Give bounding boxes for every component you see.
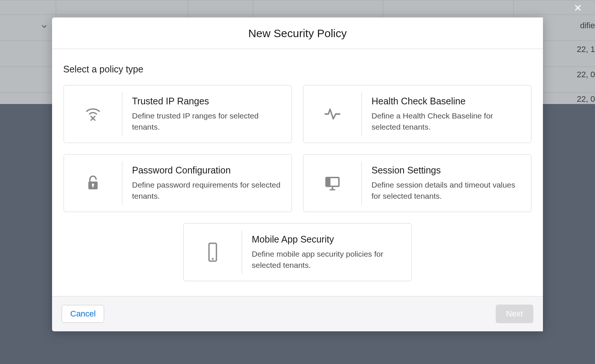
bg-date-1: 22, 1 <box>577 45 595 54</box>
activity-icon <box>303 85 361 143</box>
card-desc: Define trusted IP ranges for selected te… <box>132 110 282 132</box>
section-label: Select a policy type <box>63 64 536 75</box>
policy-card-mobile[interactable]: Mobile App Security Define mobile app se… <box>183 223 412 281</box>
card-desc: Define a Health Check Baseline for selec… <box>372 110 521 132</box>
desktop-icon <box>303 155 361 212</box>
new-policy-modal: New Security Policy Select a policy type… <box>52 17 543 331</box>
svg-rect-9 <box>332 187 333 189</box>
next-button[interactable]: Next <box>496 305 533 323</box>
policy-card-trusted-ip[interactable]: Trusted IP Ranges Define trusted IP rang… <box>64 85 292 143</box>
modal-title: New Security Policy <box>52 27 543 40</box>
card-title: Mobile App Security <box>252 234 402 245</box>
card-title: Password Configuration <box>132 165 282 176</box>
svg-rect-8 <box>326 178 331 186</box>
cancel-button[interactable]: Cancel <box>62 305 104 323</box>
policy-card-password[interactable]: Password Configuration Define password r… <box>64 154 292 212</box>
mobile-icon <box>184 224 242 281</box>
modal-body: Select a policy type Trusted IP Ranges D… <box>52 49 543 296</box>
chevron-down-icon[interactable] <box>40 22 48 30</box>
policy-type-grid: Trusted IP Ranges Define trusted IP rang… <box>60 85 536 281</box>
svg-rect-10 <box>329 189 335 190</box>
bg-date-3: 22, 0 <box>577 94 595 104</box>
bg-col-header: difie <box>580 21 595 30</box>
policy-card-health-check[interactable]: Health Check Baseline Define a Health Ch… <box>303 85 531 143</box>
svg-point-12 <box>212 258 214 260</box>
svg-rect-6 <box>92 185 93 187</box>
lock-icon <box>64 155 122 212</box>
policy-card-session[interactable]: Session Settings Define session details … <box>303 154 531 212</box>
card-title: Health Check Baseline <box>372 96 521 107</box>
bg-date-2: 22, 0 <box>577 70 595 79</box>
wifi-x-icon <box>64 85 122 143</box>
card-title: Trusted IP Ranges <box>132 96 282 107</box>
card-title: Session Settings <box>372 165 521 176</box>
close-icon[interactable] <box>572 2 584 14</box>
card-desc: Define session details and timeout value… <box>372 179 521 201</box>
card-desc: Define password requirements for selecte… <box>132 179 282 201</box>
modal-footer: Cancel Next <box>52 296 543 331</box>
modal-header: New Security Policy <box>52 17 543 49</box>
card-desc: Define mobile app security policies for … <box>252 248 402 270</box>
